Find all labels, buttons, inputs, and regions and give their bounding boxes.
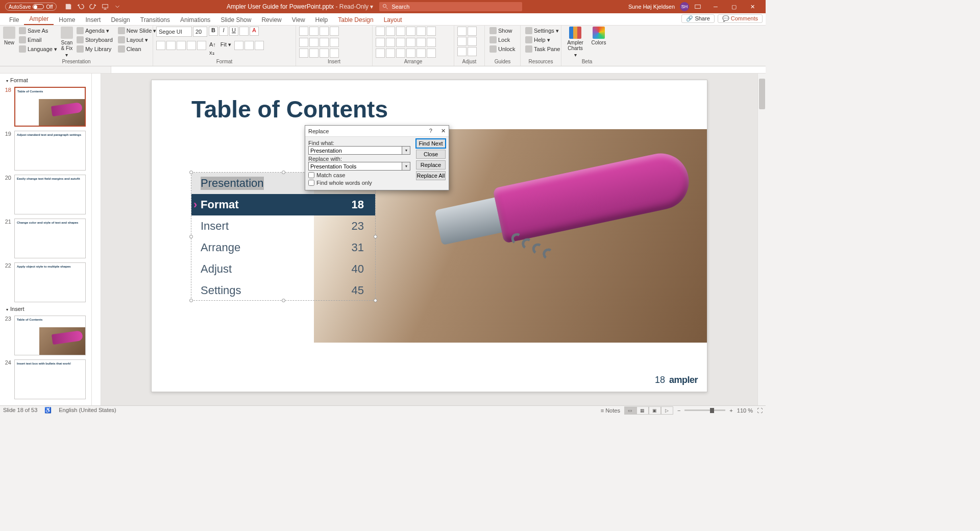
toc-row-format[interactable]: Format18	[191, 194, 375, 215]
fill-button[interactable]	[234, 41, 243, 50]
picture-button[interactable]	[309, 49, 318, 58]
tab-ampler[interactable]: Ampler	[24, 13, 54, 25]
language-indicator[interactable]: English (United States)	[59, 407, 116, 414]
connector-button[interactable]	[320, 38, 329, 47]
whole-words-checkbox[interactable]: Find whole words only	[308, 180, 410, 186]
resize-button[interactable]	[468, 47, 477, 56]
front-button[interactable]	[376, 49, 385, 58]
minimize-button[interactable]: ─	[706, 0, 725, 13]
textbox-button[interactable]	[299, 27, 308, 36]
slideshow-view-button[interactable]: ▷	[661, 406, 673, 415]
find-input[interactable]	[308, 146, 402, 155]
zoom-in-button[interactable]: +	[729, 407, 732, 414]
saveas-button[interactable]: Save As	[17, 27, 59, 35]
distribute-h[interactable]	[376, 38, 385, 47]
tab-help[interactable]: Help	[310, 14, 333, 25]
align-top-obj[interactable]	[406, 27, 415, 36]
tab-layout[interactable]: Layout	[379, 14, 407, 25]
find-dropdown[interactable]: ▾	[402, 146, 410, 155]
align-right-button[interactable]	[177, 41, 186, 50]
line-button[interactable]	[299, 38, 308, 47]
align-middle-obj[interactable]	[416, 27, 426, 36]
tab-file[interactable]: File	[4, 14, 24, 25]
settings-button[interactable]: Settings ▾	[524, 27, 561, 35]
ruler-scale[interactable]	[111, 66, 766, 73]
increase-font-button[interactable]: A↑	[208, 41, 217, 48]
sorter-view-button[interactable]: ▦	[636, 406, 649, 415]
qat-dropdown-icon[interactable]	[114, 3, 121, 10]
font-name-input[interactable]: Segoe UI	[156, 27, 192, 37]
bullets-button[interactable]	[187, 41, 196, 50]
dialog-help-button[interactable]: ?	[429, 128, 432, 134]
save-icon[interactable]	[65, 3, 72, 10]
search-box[interactable]: Search	[379, 2, 522, 11]
grid-2[interactable]	[406, 49, 415, 58]
email-button[interactable]: Email	[17, 36, 59, 44]
language-button[interactable]: Language ▾	[17, 45, 59, 53]
comments-button[interactable]: 💬 Comments	[718, 14, 763, 23]
align-left-button[interactable]	[156, 41, 165, 50]
fit-button[interactable]: Fit ▾	[219, 41, 233, 49]
tab-review[interactable]: Review	[256, 14, 286, 25]
slide-canvas[interactable]: Table of Contents Presentation3 Format18…	[101, 74, 757, 405]
section-format[interactable]: Format	[0, 76, 91, 85]
toc-row-arrange[interactable]: Arrange31	[191, 237, 375, 258]
thumb-slide-24[interactable]: Insert text box with bullets that work!	[14, 359, 86, 399]
clean-button[interactable]: Clean	[116, 45, 158, 53]
agenda-button[interactable]: Agenda ▾	[75, 27, 114, 35]
reading-view-button[interactable]: ▣	[649, 406, 661, 415]
bold-button[interactable]: B	[209, 27, 218, 36]
replace-dropdown[interactable]: ▾	[402, 162, 410, 171]
vertical-ruler[interactable]	[92, 74, 101, 405]
dialog-titlebar[interactable]: Replace ? ✕	[305, 126, 449, 137]
fontcolor-button[interactable]: A	[250, 27, 259, 36]
numbering-button[interactable]	[197, 41, 206, 50]
match-case-checkbox[interactable]: Match case	[308, 172, 410, 178]
replaceall-button[interactable]: Replace All	[416, 171, 446, 180]
help-button[interactable]: Help ▾	[524, 36, 561, 44]
replace-button[interactable]: Replace	[416, 160, 446, 170]
thumb-slide-22[interactable]: Apply object style to multiple shapes	[14, 262, 86, 302]
slide-counter[interactable]: Slide 18 of 53	[3, 407, 37, 414]
align-left-obj[interactable]	[376, 27, 385, 36]
slide-title[interactable]: Table of Contents	[191, 95, 388, 123]
tab-transitions[interactable]: Transitions	[135, 14, 175, 25]
rotate-button[interactable]	[416, 38, 426, 47]
share-button[interactable]: 🔗 Share	[681, 14, 714, 23]
thumb-slide-21[interactable]: Change color and style of text and shape…	[14, 219, 86, 258]
thumb-slide-23[interactable]: Table of Contents	[14, 316, 86, 355]
distribute-v[interactable]	[386, 38, 395, 47]
rounded-button[interactable]	[330, 27, 339, 36]
ungroup-button[interactable]	[406, 38, 415, 47]
scanfix-button[interactable]: Scan & Fix ▾	[61, 27, 73, 58]
italic-button[interactable]: I	[219, 27, 228, 36]
zoom-out-button[interactable]: −	[677, 407, 680, 414]
autosave-toggle[interactable]: AutoSave Off	[5, 3, 57, 11]
accessibility-icon[interactable]: ♿	[44, 407, 52, 414]
toc-row-settings[interactable]: Settings45	[191, 280, 375, 301]
thumb-slide-20[interactable]: Easily change text field margins and aut…	[14, 175, 86, 214]
oval-button[interactable]	[320, 27, 329, 36]
height-button[interactable]	[468, 27, 477, 36]
toc-row-insert[interactable]: Insert23	[191, 215, 375, 237]
grid-3[interactable]	[416, 49, 426, 58]
slide-thumbnails-panel[interactable]: Format 18 Table of Contents 19 Adjust st…	[0, 74, 92, 405]
notes-button[interactable]: ≡ Notes	[601, 407, 620, 414]
undo-icon[interactable]	[77, 3, 84, 10]
replace-input[interactable]	[308, 162, 402, 171]
rect-button[interactable]	[309, 27, 318, 36]
chart-button[interactable]	[299, 49, 308, 58]
width-button[interactable]	[457, 27, 467, 36]
tab-animations[interactable]: Animations	[175, 14, 215, 25]
outline-button[interactable]	[244, 41, 254, 50]
arrow-button[interactable]	[309, 38, 318, 47]
tab-slideshow[interactable]: Slide Show	[215, 14, 256, 25]
toc-textbox[interactable]: Presentation3 Format18 Insert23 Arrange3…	[191, 172, 376, 301]
tab-design[interactable]: Design	[106, 14, 135, 25]
same-width[interactable]	[457, 37, 467, 46]
effects-button[interactable]	[255, 41, 264, 50]
zoom-level[interactable]: 110 %	[737, 407, 753, 414]
underline-button[interactable]: U	[229, 27, 238, 36]
storyboard-button[interactable]: Storyboard	[75, 36, 114, 44]
back-button[interactable]	[386, 49, 395, 58]
